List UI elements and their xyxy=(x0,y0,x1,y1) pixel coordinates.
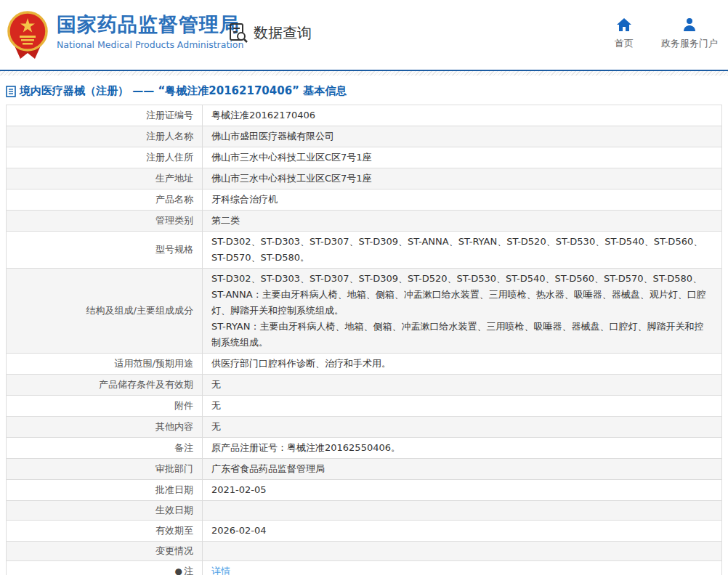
registration-info-table: 注册证编号 粤械注准20162170406 注册人名称 佛山市盛田医疗器械有限公… xyxy=(6,105,722,575)
data-query-icon xyxy=(227,22,249,44)
national-emblem-icon xyxy=(7,9,48,60)
row-label-text: 注 xyxy=(184,564,193,575)
table-row: 审批部门 广东省食品药品监督管理局 xyxy=(7,459,721,480)
data-query-module[interactable]: 数据查询 xyxy=(227,22,312,44)
row-label: 适用范围/预期用途 xyxy=(7,354,203,374)
row-value: 佛山市三水中心科技工业区C区7号1座 xyxy=(203,147,721,168)
row-label: 其他内容 xyxy=(7,417,203,437)
table-row: 变更情况 xyxy=(7,542,721,561)
table-row: 适用范围/预期用途 供医疗部门口腔科作诊断、治疗和手术用。 xyxy=(7,354,721,375)
row-value: 2026-02-04 xyxy=(203,521,721,541)
site-header: 国家药品监督管理局 National Medical Products Admi… xyxy=(0,0,728,70)
table-row: 产品名称 牙科综合治疗机 xyxy=(7,189,721,211)
data-query-label: 数据查询 xyxy=(254,23,312,43)
nav-gov-portal-label: 政务服务门户 xyxy=(661,37,718,50)
table-row: 生产地址 佛山市三水中心科技工业区C区7号1座 xyxy=(7,168,721,189)
row-label: 附件 xyxy=(7,396,203,416)
note-bullet-icon: ● xyxy=(175,564,182,575)
table-row: 管理类别 第二类 xyxy=(7,211,721,232)
row-label: 批准日期 xyxy=(7,480,203,500)
table-row: 注册人住所 佛山市三水中心科技工业区C区7号1座 xyxy=(7,147,721,168)
row-label: 产品储存条件及有效期 xyxy=(7,375,203,395)
row-label: 变更情况 xyxy=(7,542,203,560)
row-value: 第二类 xyxy=(203,211,721,231)
page-title: 境内医疗器械（注册） —— “粤械注准20162170406” 基本信息 xyxy=(20,84,347,98)
row-value: ST-D302、ST-D303、ST-D307、ST-D309、ST-D520、… xyxy=(203,269,721,353)
row-value: 无 xyxy=(203,396,721,416)
row-label: 型号规格 xyxy=(7,232,203,268)
table-row: 生效日期 xyxy=(7,501,721,521)
hatch-band xyxy=(0,71,728,76)
nmpa-emblem-logo[interactable] xyxy=(7,9,48,60)
row-label: 生产地址 xyxy=(7,168,203,189)
user-icon xyxy=(682,17,697,32)
top-nav: 首页 政务服务门户 xyxy=(615,17,718,50)
row-value xyxy=(203,501,721,520)
row-label: 有效期至 xyxy=(7,521,203,541)
brand-block: 国家药品监督管理局 National Medical Products Admi… xyxy=(57,13,243,50)
row-value: 牙科综合治疗机 xyxy=(203,189,721,210)
nav-item-home[interactable]: 首页 xyxy=(615,17,634,50)
row-value: 广东省食品药品监督管理局 xyxy=(203,459,721,479)
row-label: 备注 xyxy=(7,438,203,458)
row-value: 粤械注准20162170406 xyxy=(203,105,721,126)
table-row: 批准日期 2021-02-05 xyxy=(7,480,721,501)
row-label: 结构及组成/主要组成成分 xyxy=(7,269,203,353)
table-row: 结构及组成/主要组成成分 ST-D302、ST-D303、ST-D307、ST-… xyxy=(7,269,721,354)
row-label: 产品名称 xyxy=(7,189,203,210)
brand-title-cn: 国家药品监督管理局 xyxy=(57,13,243,36)
table-row: 注册证编号 粤械注准20162170406 xyxy=(7,105,721,126)
row-value: 佛山市三水中心科技工业区C区7号1座 xyxy=(203,168,721,189)
table-row: 型号规格 ST-D302、ST-D303、ST-D307、ST-D309、ST-… xyxy=(7,232,721,269)
row-value xyxy=(203,542,721,560)
row-value: 供医疗部门口腔科作诊断、治疗和手术用。 xyxy=(203,354,721,374)
table-row: 其他内容 无 xyxy=(7,417,721,438)
page-title-bar: 境内医疗器械（注册） —— “粤械注准20162170406” 基本信息 xyxy=(6,84,722,98)
brand-title-en: National Medical Products Administration xyxy=(57,39,243,50)
nav-item-gov-portal[interactable]: 政务服务门户 xyxy=(661,17,718,50)
row-value: ST-D302、ST-D303、ST-D307、ST-D309、ST-ANNA、… xyxy=(203,232,721,268)
document-icon xyxy=(6,86,16,97)
row-label: 注册人住所 xyxy=(7,147,203,168)
table-row: 备注 原产品注册证号：粤械注准20162550406。 xyxy=(7,438,721,459)
row-value: 无 xyxy=(203,417,721,437)
row-value: 详情 xyxy=(203,561,721,575)
home-icon xyxy=(616,17,632,32)
table-row: 产品储存条件及有效期 无 xyxy=(7,375,721,396)
row-label: 管理类别 xyxy=(7,211,203,231)
row-label: 注册证编号 xyxy=(7,105,203,126)
row-label: 注册人名称 xyxy=(7,126,203,147)
row-value: 佛山市盛田医疗器械有限公司 xyxy=(203,126,721,147)
table-row: ● 注 详情 xyxy=(7,561,721,575)
table-row: 有效期至 2026-02-04 xyxy=(7,521,721,542)
row-label: 审批部门 xyxy=(7,459,203,479)
row-value: 2021-02-05 xyxy=(203,480,721,500)
row-value: 无 xyxy=(203,375,721,395)
nav-home-label: 首页 xyxy=(615,37,634,50)
row-label: ● 注 xyxy=(7,561,203,575)
row-label: 生效日期 xyxy=(7,501,203,520)
table-row: 注册人名称 佛山市盛田医疗器械有限公司 xyxy=(7,126,721,147)
table-row: 附件 无 xyxy=(7,396,721,417)
detail-link[interactable]: 详情 xyxy=(211,563,230,575)
row-value: 原产品注册证号：粤械注准20162550406。 xyxy=(203,438,721,458)
